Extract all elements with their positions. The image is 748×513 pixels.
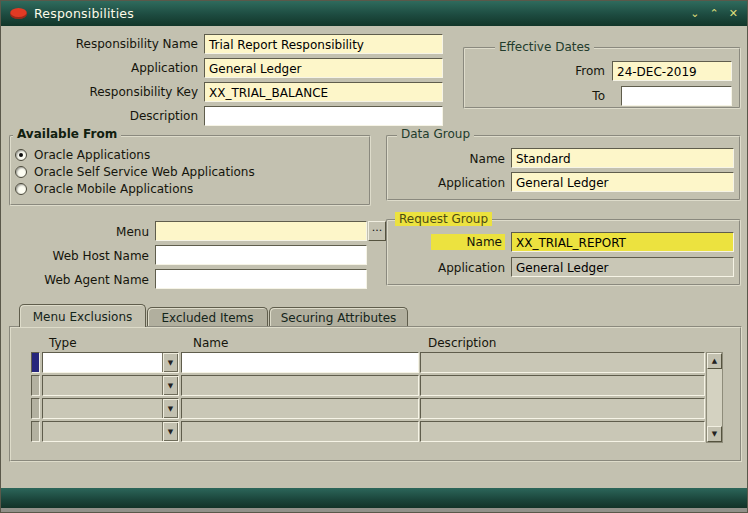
description-label: Description xyxy=(41,109,198,123)
exclusion-description-field[interactable] xyxy=(420,352,705,373)
data-group-name-field[interactable]: Standard xyxy=(511,148,734,168)
scroll-up-icon[interactable]: ▲ xyxy=(707,353,722,369)
dropdown-arrow-icon[interactable]: ▼ xyxy=(162,422,178,441)
responsibility-name-label: Responsibility Name xyxy=(41,37,198,51)
request-group-application-label: Application xyxy=(421,261,505,275)
record-selector[interactable] xyxy=(31,421,40,442)
available-from-title: Available From xyxy=(13,127,121,141)
request-group-name-label: Name xyxy=(431,234,505,250)
radio-label: Oracle Applications xyxy=(34,148,150,162)
request-group-title: Request Group xyxy=(395,212,492,226)
data-group-title: Data Group xyxy=(397,127,474,141)
exclusion-name-field[interactable] xyxy=(181,398,419,419)
radio-label: Oracle Self Service Web Applications xyxy=(34,165,255,179)
exclusion-name-field[interactable] xyxy=(181,375,419,396)
web-host-name-field[interactable] xyxy=(155,245,367,265)
exclusion-type-value xyxy=(43,376,162,395)
tab-menu-exclusions[interactable]: Menu Exclusions xyxy=(19,304,146,327)
radio-unselected-icon xyxy=(15,166,27,178)
from-date-field[interactable]: 24-DEC-2019 xyxy=(612,61,732,81)
exclusion-type-combo[interactable]: ▼ xyxy=(42,398,179,419)
record-selector[interactable] xyxy=(31,352,40,373)
request-group-name-field[interactable]: XX_TRIAL_REPORT xyxy=(511,232,734,252)
responsibility-name-field[interactable]: Trial Report Responsibility xyxy=(204,34,443,54)
window-title: Responsibilities xyxy=(34,6,134,21)
minimize-icon[interactable]: ⌄ xyxy=(690,8,699,19)
tab-excluded-items[interactable]: Excluded Items xyxy=(147,307,268,326)
web-agent-name-field[interactable] xyxy=(155,269,367,289)
exclusion-type-value xyxy=(43,353,162,372)
tab-securing-attributes[interactable]: Securing Attributes xyxy=(269,307,408,326)
menu-lov-button[interactable]: ... xyxy=(368,221,386,241)
record-selector[interactable] xyxy=(31,398,40,419)
restore-icon[interactable]: ⌃ xyxy=(710,8,719,19)
radio-oracle-mobile[interactable]: Oracle Mobile Applications xyxy=(15,182,193,196)
request-group-application-field[interactable]: General Ledger xyxy=(511,257,734,277)
exclusion-description-field[interactable] xyxy=(420,375,705,396)
exclusion-type-value xyxy=(43,399,162,418)
to-label: To xyxy=(531,89,605,103)
web-host-name-label: Web Host Name xyxy=(41,249,149,263)
menu-label: Menu xyxy=(41,225,149,239)
responsibilities-window: Responsibilities ⌄ ⌃ ✕ Responsibility Na… xyxy=(0,0,748,513)
exclusion-type-value xyxy=(43,422,162,441)
menu-field[interactable] xyxy=(155,221,367,241)
exclusion-name-field[interactable] xyxy=(181,421,419,442)
radio-oracle-applications[interactable]: Oracle Applications xyxy=(15,148,150,162)
dropdown-arrow-icon[interactable]: ▼ xyxy=(162,353,178,372)
record-selector[interactable] xyxy=(31,375,40,396)
effective-dates-title: Effective Dates xyxy=(495,40,594,54)
web-agent-name-label: Web Agent Name xyxy=(41,273,149,287)
description-field[interactable] xyxy=(204,106,443,126)
radio-selected-icon xyxy=(15,149,27,161)
exclusion-description-field[interactable] xyxy=(420,398,705,419)
close-icon[interactable]: ✕ xyxy=(729,8,738,19)
scroll-down-icon[interactable]: ▼ xyxy=(707,426,722,442)
data-group-application-field[interactable]: General Ledger xyxy=(511,172,734,192)
responsibility-key-field[interactable]: XX_TRIAL_BALANCE xyxy=(204,82,443,102)
dropdown-arrow-icon[interactable]: ▼ xyxy=(162,376,178,395)
table-scrollbar[interactable]: ▲ ▼ xyxy=(706,352,723,443)
exclusion-description-field[interactable] xyxy=(420,421,705,442)
exclusion-type-combo[interactable]: ▼ xyxy=(42,375,179,396)
column-header-name: Name xyxy=(193,336,228,350)
exclusion-type-combo[interactable]: ▼ xyxy=(42,421,179,442)
radio-label: Oracle Mobile Applications xyxy=(34,182,193,196)
exclusion-name-field[interactable] xyxy=(181,352,419,373)
status-bar xyxy=(1,488,747,508)
window-bottom-edge xyxy=(1,508,747,513)
data-group-application-label: Application xyxy=(421,176,505,190)
titlebar[interactable]: Responsibilities ⌄ ⌃ ✕ xyxy=(1,1,747,26)
window-controls: ⌄ ⌃ ✕ xyxy=(690,8,738,19)
to-date-field[interactable] xyxy=(621,86,732,106)
dropdown-arrow-icon[interactable]: ▼ xyxy=(162,399,178,418)
column-header-description: Description xyxy=(428,336,496,350)
from-label: From xyxy=(531,64,605,78)
column-header-type: Type xyxy=(49,336,77,350)
radio-oracle-self-service[interactable]: Oracle Self Service Web Applications xyxy=(15,165,255,179)
exclusion-type-combo[interactable]: ▼ xyxy=(42,352,179,373)
application-label: Application xyxy=(41,61,198,75)
application-field[interactable]: General Ledger xyxy=(204,58,443,78)
data-group-name-label: Name xyxy=(421,152,505,166)
responsibility-key-label: Responsibility Key xyxy=(41,85,198,99)
oracle-logo-icon xyxy=(10,8,27,19)
radio-unselected-icon xyxy=(15,183,27,195)
